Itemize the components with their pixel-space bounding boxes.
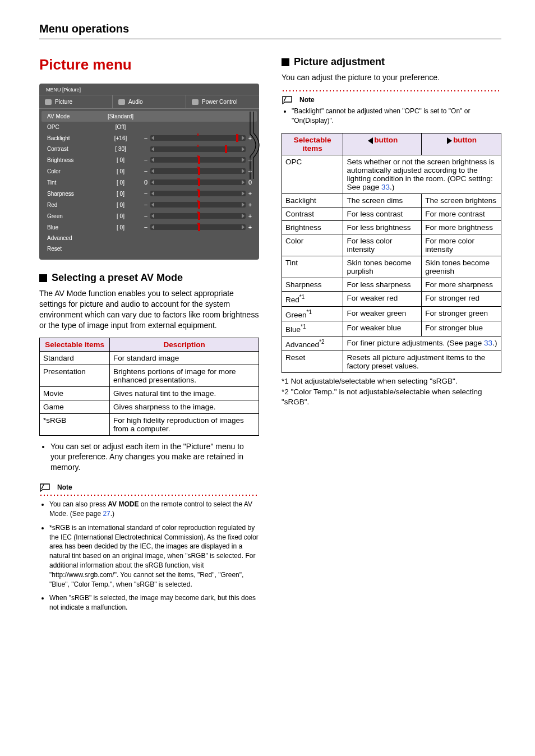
menu-slider[interactable]: −+ bbox=[144, 156, 252, 163]
cell-left: The screen dims bbox=[343, 194, 422, 208]
note-item: *sRGB is an international standard of co… bbox=[49, 523, 259, 589]
table-row: Blue*1For weaker blueFor stronger blue bbox=[282, 321, 501, 336]
minus-icon: − bbox=[144, 156, 148, 163]
page-link[interactable]: 33 bbox=[484, 339, 492, 347]
panel-cut-decoration bbox=[249, 112, 266, 179]
menu-row-label: Green bbox=[47, 213, 98, 219]
cell-right: For more sharpness bbox=[422, 278, 501, 292]
menu-slider[interactable]: −+ bbox=[144, 168, 252, 174]
cell-desc: For finer picture adjustments. (See page… bbox=[343, 336, 501, 351]
cell-item: Movie bbox=[40, 386, 110, 400]
note-heading: Note bbox=[39, 483, 259, 492]
cell-item: Color bbox=[282, 234, 343, 256]
av-mode-heading: Selecting a preset AV Mode bbox=[39, 272, 259, 284]
cell-item: Contrast bbox=[282, 208, 343, 221]
menu-slider[interactable]: −+ bbox=[144, 190, 252, 197]
note-item: "Backlight" cannot be adjusted when "OPC… bbox=[292, 107, 501, 126]
menu-row[interactable]: Contrast[ 30] bbox=[41, 144, 257, 154]
th-items: Selectable items bbox=[282, 133, 343, 155]
menu-row-label: Contrast bbox=[47, 146, 98, 152]
menu-slider[interactable]: 00 bbox=[144, 179, 252, 186]
menu-row[interactable]: Brightness[ 0]−+ bbox=[41, 154, 257, 165]
menu-row[interactable]: Backlight[+16]−+ bbox=[41, 132, 257, 144]
menu-row[interactable]: Tint[ 0]00 bbox=[41, 177, 257, 188]
page-title: Menu operations bbox=[39, 22, 501, 35]
cell-item: Backlight bbox=[282, 194, 343, 208]
menu-row[interactable]: Sharpness[ 0]−+ bbox=[41, 188, 257, 199]
cell-item: *sRGB bbox=[40, 413, 110, 435]
cell-left: For weaker blue bbox=[343, 321, 422, 336]
menu-row-label: Blue bbox=[47, 224, 98, 231]
picture-adjustment-heading: Picture adjustment bbox=[282, 56, 501, 68]
cell-right: For more brightness bbox=[422, 221, 501, 234]
menu-slider[interactable]: −+ bbox=[144, 224, 252, 231]
cell-item: Blue*1 bbox=[282, 321, 343, 336]
menu-row[interactable]: Reset bbox=[41, 243, 257, 254]
menu-slider[interactable]: −+ bbox=[144, 213, 252, 219]
th-left-button: button bbox=[343, 133, 422, 155]
menu-row-label: Backlight bbox=[47, 135, 98, 141]
menu-row[interactable]: Green[ 0]−+ bbox=[41, 210, 257, 222]
table-row: MovieGives natural tint to the image. bbox=[40, 386, 259, 400]
divider bbox=[39, 39, 501, 39]
menu-panel-title: MENU [Picture] bbox=[39, 84, 259, 95]
menu-row-value: [ 0] bbox=[98, 157, 144, 163]
page-link[interactable]: 33 bbox=[381, 183, 390, 191]
cell-right: The screen brightens bbox=[422, 194, 501, 208]
cell-left: For less color intensity bbox=[343, 234, 422, 256]
cell-right: Skin tones become greenish bbox=[422, 256, 501, 278]
menu-row[interactable]: Blue[ 0]−+ bbox=[41, 222, 257, 233]
plus-icon: 0 bbox=[248, 179, 252, 186]
av-mode-desc: The AV Mode function enables you to sele… bbox=[39, 288, 259, 331]
cell-right: For more contrast bbox=[422, 208, 501, 221]
minus-icon: − bbox=[144, 168, 148, 174]
table-row: Advanced*2For finer picture adjustments.… bbox=[282, 336, 501, 351]
cell-right: For stronger green bbox=[422, 306, 501, 321]
table-row: SharpnessFor less sharpnessFor more shar… bbox=[282, 278, 501, 292]
tab-label: Power Control bbox=[202, 99, 237, 105]
menu-row-value: [ 0] bbox=[98, 168, 144, 174]
minus-icon: − bbox=[144, 213, 148, 219]
menu-row[interactable]: Advanced bbox=[41, 233, 257, 243]
note-item: When "sRGB" is selected, the image may b… bbox=[49, 593, 259, 612]
menu-row[interactable]: Color[ 0]−+ bbox=[41, 165, 257, 177]
cell-item: Tint bbox=[282, 256, 343, 278]
cell-left: For less contrast bbox=[343, 208, 422, 221]
menu-row-label: AV Mode bbox=[47, 113, 98, 119]
menu-row-value: [Off] bbox=[98, 124, 144, 130]
table-row: Red*1For weaker redFor stronger red bbox=[282, 292, 501, 307]
menu-row-label: Advanced bbox=[47, 235, 98, 241]
table-row: ContrastFor less contrastFor more contra… bbox=[282, 208, 501, 221]
cell-item: Red*1 bbox=[282, 292, 343, 307]
table-row: ResetResets all picture adjustment items… bbox=[282, 351, 501, 373]
menu-tab[interactable]: Power Control bbox=[186, 95, 259, 108]
note-icon bbox=[282, 95, 294, 104]
menu-row[interactable]: OPC[Off] bbox=[41, 122, 257, 132]
table-row: ColorFor less color intensityFor more co… bbox=[282, 234, 501, 256]
menu-tab[interactable]: Picture bbox=[39, 95, 113, 108]
menu-slider[interactable] bbox=[144, 146, 252, 152]
menu-row[interactable]: Red[ 0]−+ bbox=[41, 199, 257, 210]
minus-icon: − bbox=[144, 224, 148, 231]
cell-item: OPC bbox=[282, 155, 343, 194]
plus-icon: + bbox=[248, 224, 252, 231]
page-link[interactable]: 27 bbox=[103, 510, 110, 518]
minus-icon: − bbox=[144, 201, 148, 208]
cell-left: Skin tones become purplish bbox=[343, 256, 422, 278]
cell-left: For weaker green bbox=[343, 306, 422, 321]
menu-row-label: Reset bbox=[47, 246, 98, 252]
cell-desc: Gives natural tint to the image. bbox=[110, 386, 259, 400]
right-arrow-icon bbox=[447, 137, 452, 144]
menu-slider[interactable]: −+ bbox=[144, 135, 252, 141]
cell-item: Brightness bbox=[282, 221, 343, 234]
cell-right: For stronger blue bbox=[422, 321, 501, 336]
section-heading-picture-menu: Picture menu bbox=[39, 56, 259, 73]
cell-item: Game bbox=[40, 400, 110, 413]
menu-slider[interactable]: −+ bbox=[144, 201, 252, 208]
menu-tab[interactable]: Audio bbox=[113, 95, 186, 108]
menu-row[interactable]: AV Mode[Standard] bbox=[41, 111, 257, 122]
tab-label: Picture bbox=[55, 99, 72, 105]
av-mode-table: Selectable items Description StandardFor… bbox=[39, 338, 259, 436]
cell-item: Standard bbox=[40, 351, 110, 365]
note-divider bbox=[282, 90, 501, 92]
